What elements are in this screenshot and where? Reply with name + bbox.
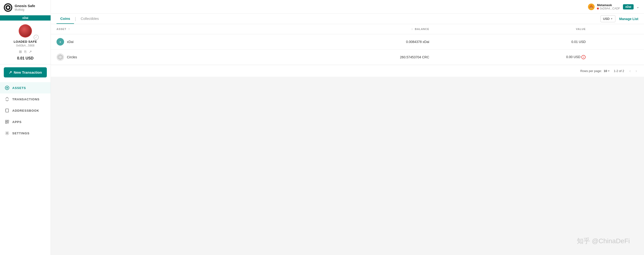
rows-per-page-label: Rows per page: bbox=[580, 69, 602, 73]
sidebar-item-settings[interactable]: SETTINGS bbox=[0, 127, 50, 139]
network-dot-icon bbox=[597, 7, 599, 9]
value-cell: 0.01 USD bbox=[448, 34, 592, 50]
safe-network-badge: xDai bbox=[0, 15, 50, 20]
tab-divider: | bbox=[75, 16, 76, 21]
assets-controls: USD ▼ Manage List bbox=[600, 15, 638, 22]
svg-point-18 bbox=[590, 7, 591, 8]
assets-icon bbox=[5, 85, 10, 90]
topbar: Metamask 0xD9A4...CADF xDai ⌄ bbox=[51, 0, 644, 14]
asset-cell: x xDai bbox=[51, 34, 198, 50]
sidebar-item-settings-label: SETTINGS bbox=[12, 132, 30, 135]
balance-cell: 260.57453704 CRC bbox=[198, 50, 448, 65]
manage-list-button[interactable]: Manage List bbox=[619, 17, 638, 21]
metamask-details: Metamask 0xD9A4...CADF bbox=[597, 3, 620, 10]
svg-point-19 bbox=[592, 7, 592, 8]
transactions-icon bbox=[5, 97, 10, 102]
app-title: Gnosis Safe bbox=[15, 4, 35, 8]
rows-per-page: Rows per page: 10 ▼ bbox=[580, 69, 610, 73]
safe-address: 0x60bA...5908 bbox=[16, 44, 34, 47]
currency-select[interactable]: USD ▼ bbox=[600, 15, 616, 22]
svg-point-4 bbox=[6, 87, 8, 89]
safe-info: ✓ LOADED SAFE 0x60bA...5908 ⊞ ⎘ ↗ 0.01 U… bbox=[0, 20, 50, 64]
svg-marker-22 bbox=[58, 55, 63, 59]
sidebar-nav: ASSETS TRANSACTIONS ADDRESSBOOK bbox=[0, 80, 50, 141]
sidebar-item-addressbook-label: ADDRESSBOOK bbox=[12, 109, 39, 112]
svg-text:x: x bbox=[60, 40, 61, 43]
sidebar-item-assets-label: ASSETS bbox=[12, 86, 26, 90]
info-icon[interactable]: i bbox=[581, 55, 586, 59]
sidebar-item-transactions[interactable]: TRANSACTIONS bbox=[0, 93, 50, 105]
sidebar-item-apps[interactable]: APPS bbox=[0, 116, 50, 127]
asset-name: Circles bbox=[67, 55, 77, 59]
next-page-button[interactable]: › bbox=[634, 68, 638, 74]
sidebar-item-apps-label: APPS bbox=[12, 120, 22, 124]
safe-balance: 0.01 USD bbox=[17, 56, 33, 60]
settings-icon bbox=[5, 131, 10, 136]
actions-cell bbox=[591, 50, 644, 65]
sidebar-item-assets[interactable]: ASSETS bbox=[0, 82, 50, 93]
pagination: Rows per page: 10 ▼ 1-2 of 2 ‹ › bbox=[51, 65, 644, 77]
link-icon[interactable]: ↗ bbox=[29, 50, 32, 54]
asset-cell: Circles bbox=[51, 50, 198, 65]
col-balance-header: ↑ BALANCE bbox=[198, 24, 448, 34]
sidebar: Gnosis Safe Multisig xDai ✓ LOADED SAFE … bbox=[0, 0, 51, 255]
page-nav: ‹ › bbox=[628, 68, 638, 74]
col-asset-header: ASSET ↑ bbox=[51, 24, 198, 34]
svg-marker-23 bbox=[59, 56, 62, 58]
col-value-header: VALUE bbox=[448, 24, 592, 34]
balance-sort-icon: ↑ bbox=[411, 28, 413, 30]
svg-point-2 bbox=[7, 6, 9, 9]
table-row: x xDai0.0084378 xDai0.01 USD bbox=[51, 34, 644, 50]
svg-rect-9 bbox=[7, 120, 9, 122]
rows-per-page-select[interactable]: 10 ▼ bbox=[604, 69, 610, 73]
balance-cell: 0.0084378 xDai bbox=[198, 34, 448, 50]
svg-point-11 bbox=[6, 132, 8, 134]
sidebar-header: Gnosis Safe Multisig bbox=[0, 0, 50, 15]
addressbook-icon bbox=[5, 108, 10, 113]
asset-name: xDai bbox=[67, 40, 74, 44]
new-transaction-button[interactable]: ↗ New Transaction bbox=[4, 67, 47, 77]
safe-avatar bbox=[19, 24, 32, 37]
tab-collectibles[interactable]: Collectibles bbox=[77, 14, 102, 24]
table-row: Circles260.57453704 CRC0.00 USDi bbox=[51, 50, 644, 65]
app-title-group: Gnosis Safe Multisig bbox=[15, 4, 35, 11]
col-actions-header bbox=[591, 24, 644, 34]
network-badge: xDai bbox=[623, 4, 634, 9]
chevron-down-icon[interactable]: ⌄ bbox=[636, 5, 639, 9]
new-tx-arrow-icon: ↗ bbox=[9, 70, 12, 75]
page-info: 1-2 of 2 bbox=[614, 69, 624, 73]
svg-rect-10 bbox=[6, 122, 7, 123]
app-subtitle: Multisig bbox=[15, 8, 35, 11]
metamask-name: Metamask bbox=[597, 3, 620, 7]
value-cell: 0.00 USDi bbox=[448, 50, 592, 65]
checkmark-icon: ✓ bbox=[34, 35, 39, 40]
apps-icon bbox=[5, 119, 10, 124]
qr-icon[interactable]: ⊞ bbox=[19, 50, 22, 54]
currency-value: USD bbox=[603, 17, 610, 20]
safe-action-icons: ⊞ ⎘ ↗ bbox=[19, 50, 32, 54]
tabs-container: Coins | Collectibles bbox=[56, 14, 102, 24]
sidebar-item-addressbook[interactable]: ADDRESSBOOK bbox=[0, 105, 50, 116]
svg-rect-5 bbox=[6, 109, 8, 112]
actions-cell bbox=[591, 34, 644, 50]
rows-per-page-value: 10 bbox=[604, 69, 607, 73]
tab-coins[interactable]: Coins bbox=[56, 14, 74, 24]
metamask-info: Metamask 0xD9A4...CADF bbox=[588, 3, 620, 11]
svg-rect-8 bbox=[6, 120, 7, 122]
metamask-address-text: 0xD9A4...CADF bbox=[600, 7, 620, 10]
gnosis-logo-icon bbox=[4, 3, 12, 12]
assets-table: ASSET ↑ ↑ BALANCE VALUE x xDai0.0084378 … bbox=[51, 24, 644, 65]
copy-icon[interactable]: ⎘ bbox=[24, 50, 26, 54]
circles-icon bbox=[56, 53, 64, 61]
sidebar-item-transactions-label: TRANSACTIONS bbox=[12, 97, 40, 101]
rows-per-page-chevron-icon: ▼ bbox=[608, 70, 610, 72]
metamask-address-row: 0xD9A4...CADF bbox=[597, 7, 620, 10]
sort-arrow-icon[interactable]: ↑ bbox=[68, 27, 70, 31]
metamask-icon bbox=[588, 3, 595, 11]
safe-name: LOADED SAFE bbox=[14, 40, 37, 43]
prev-page-button[interactable]: ‹ bbox=[628, 68, 632, 74]
main-content: Metamask 0xD9A4...CADF xDai ⌄ Coins | Co… bbox=[51, 0, 644, 255]
currency-dropdown-icon: ▼ bbox=[610, 17, 613, 20]
xdai-icon: x bbox=[56, 38, 64, 45]
